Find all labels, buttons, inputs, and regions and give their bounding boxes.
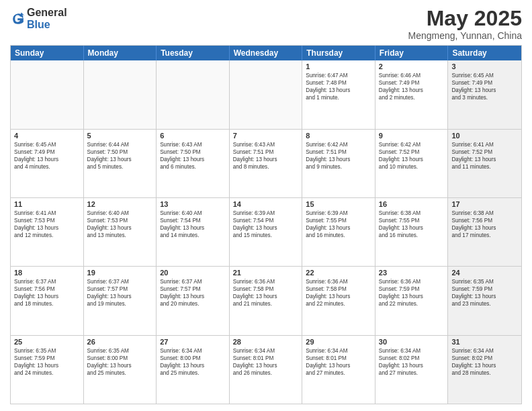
header-day-tuesday: Tuesday bbox=[157, 46, 230, 60]
cell-info: Sunrise: 6:37 AM Sunset: 7:57 PM Dayligh… bbox=[87, 278, 153, 308]
header-day-saturday: Saturday bbox=[448, 46, 521, 60]
header-day-sunday: Sunday bbox=[11, 46, 84, 60]
logo-icon bbox=[11, 11, 26, 26]
calendar-cell: 2Sunrise: 6:46 AM Sunset: 7:49 PM Daylig… bbox=[375, 60, 449, 128]
cell-info: Sunrise: 6:36 AM Sunset: 7:58 PM Dayligh… bbox=[306, 278, 371, 308]
day-number: 3 bbox=[451, 62, 518, 71]
day-number: 12 bbox=[87, 200, 153, 208]
calendar-row-5: 25Sunrise: 6:35 AM Sunset: 7:59 PM Dayli… bbox=[11, 335, 521, 404]
calendar-cell bbox=[230, 60, 303, 128]
day-number: 24 bbox=[451, 269, 518, 277]
calendar-cell: 11Sunrise: 6:41 AM Sunset: 7:53 PM Dayli… bbox=[11, 198, 84, 266]
calendar-row-4: 18Sunrise: 6:37 AM Sunset: 7:56 PM Dayli… bbox=[11, 266, 521, 334]
cell-info: Sunrise: 6:46 AM Sunset: 7:49 PM Dayligh… bbox=[379, 72, 445, 101]
day-number: 18 bbox=[14, 269, 80, 277]
day-number: 9 bbox=[379, 132, 445, 140]
calendar-cell: 1Sunrise: 6:47 AM Sunset: 7:48 PM Daylig… bbox=[302, 60, 375, 128]
calendar-row-1: 1Sunrise: 6:47 AM Sunset: 7:48 PM Daylig… bbox=[11, 60, 521, 128]
cell-info: Sunrise: 6:42 AM Sunset: 7:51 PM Dayligh… bbox=[306, 141, 371, 171]
day-number: 7 bbox=[233, 132, 299, 140]
day-number: 20 bbox=[160, 269, 226, 277]
calendar-row-2: 4Sunrise: 6:45 AM Sunset: 7:49 PM Daylig… bbox=[11, 129, 521, 197]
calendar-cell: 17Sunrise: 6:38 AM Sunset: 7:56 PM Dayli… bbox=[448, 198, 521, 266]
day-number: 11 bbox=[14, 200, 80, 208]
header: General Blue May 2025 Mengmeng, Yunnan, … bbox=[10, 7, 522, 41]
calendar-cell: 24Sunrise: 6:35 AM Sunset: 7:59 PM Dayli… bbox=[448, 267, 521, 334]
calendar-body: 1Sunrise: 6:47 AM Sunset: 7:48 PM Daylig… bbox=[11, 60, 521, 404]
calendar-cell bbox=[84, 60, 157, 128]
day-number: 22 bbox=[306, 269, 371, 277]
calendar: SundayMondayTuesdayWednesdayThursdayFrid… bbox=[10, 45, 522, 404]
day-number: 15 bbox=[306, 200, 371, 208]
calendar-cell bbox=[157, 60, 230, 128]
logo-text: General Blue bbox=[27, 7, 67, 30]
logo-general: General bbox=[27, 7, 67, 18]
cell-info: Sunrise: 6:34 AM Sunset: 8:02 PM Dayligh… bbox=[451, 347, 518, 377]
calendar-cell: 31Sunrise: 6:34 AM Sunset: 8:02 PM Dayli… bbox=[448, 336, 521, 404]
title-block: May 2025 Mengmeng, Yunnan, China bbox=[408, 7, 522, 41]
page: General Blue May 2025 Mengmeng, Yunnan, … bbox=[0, 0, 532, 411]
calendar-cell: 29Sunrise: 6:34 AM Sunset: 8:01 PM Dayli… bbox=[302, 336, 375, 404]
calendar-row-3: 11Sunrise: 6:41 AM Sunset: 7:53 PM Dayli… bbox=[11, 197, 521, 266]
cell-info: Sunrise: 6:35 AM Sunset: 7:59 PM Dayligh… bbox=[451, 278, 518, 308]
calendar-cell: 16Sunrise: 6:38 AM Sunset: 7:55 PM Dayli… bbox=[375, 198, 449, 266]
title-month: May 2025 bbox=[408, 7, 522, 30]
cell-info: Sunrise: 6:44 AM Sunset: 7:50 PM Dayligh… bbox=[87, 141, 153, 171]
calendar-cell: 28Sunrise: 6:34 AM Sunset: 8:01 PM Dayli… bbox=[230, 336, 303, 404]
cell-info: Sunrise: 6:39 AM Sunset: 7:54 PM Dayligh… bbox=[233, 210, 299, 239]
day-number: 28 bbox=[233, 338, 299, 346]
cell-info: Sunrise: 6:37 AM Sunset: 7:56 PM Dayligh… bbox=[14, 278, 80, 308]
calendar-cell: 23Sunrise: 6:36 AM Sunset: 7:59 PM Dayli… bbox=[375, 267, 449, 334]
cell-info: Sunrise: 6:34 AM Sunset: 8:02 PM Dayligh… bbox=[379, 347, 445, 377]
calendar-cell: 7Sunrise: 6:43 AM Sunset: 7:51 PM Daylig… bbox=[230, 130, 303, 197]
calendar-header: SundayMondayTuesdayWednesdayThursdayFrid… bbox=[11, 46, 521, 60]
cell-info: Sunrise: 6:43 AM Sunset: 7:51 PM Dayligh… bbox=[233, 141, 299, 171]
cell-info: Sunrise: 6:42 AM Sunset: 7:52 PM Dayligh… bbox=[379, 141, 445, 171]
calendar-cell: 8Sunrise: 6:42 AM Sunset: 7:51 PM Daylig… bbox=[302, 130, 375, 197]
day-number: 5 bbox=[87, 132, 153, 140]
cell-info: Sunrise: 6:34 AM Sunset: 8:01 PM Dayligh… bbox=[233, 347, 299, 377]
header-day-friday: Friday bbox=[375, 46, 449, 60]
logo: General Blue bbox=[10, 7, 67, 30]
day-number: 1 bbox=[306, 62, 371, 71]
day-number: 13 bbox=[160, 200, 226, 208]
cell-info: Sunrise: 6:36 AM Sunset: 7:59 PM Dayligh… bbox=[379, 278, 445, 308]
day-number: 4 bbox=[14, 132, 80, 140]
title-location: Mengmeng, Yunnan, China bbox=[408, 30, 522, 41]
calendar-cell: 26Sunrise: 6:35 AM Sunset: 8:00 PM Dayli… bbox=[84, 336, 157, 404]
calendar-cell: 27Sunrise: 6:34 AM Sunset: 8:00 PM Dayli… bbox=[157, 336, 230, 404]
cell-info: Sunrise: 6:45 AM Sunset: 7:49 PM Dayligh… bbox=[451, 72, 518, 101]
cell-info: Sunrise: 6:43 AM Sunset: 7:50 PM Dayligh… bbox=[160, 141, 226, 171]
day-number: 31 bbox=[451, 338, 518, 346]
calendar-cell: 4Sunrise: 6:45 AM Sunset: 7:49 PM Daylig… bbox=[11, 130, 84, 197]
cell-info: Sunrise: 6:34 AM Sunset: 8:01 PM Dayligh… bbox=[306, 347, 371, 377]
calendar-cell: 5Sunrise: 6:44 AM Sunset: 7:50 PM Daylig… bbox=[84, 130, 157, 197]
cell-info: Sunrise: 6:39 AM Sunset: 7:55 PM Dayligh… bbox=[306, 210, 371, 239]
calendar-cell: 19Sunrise: 6:37 AM Sunset: 7:57 PM Dayli… bbox=[84, 267, 157, 334]
calendar-cell: 15Sunrise: 6:39 AM Sunset: 7:55 PM Dayli… bbox=[302, 198, 375, 266]
header-day-thursday: Thursday bbox=[302, 46, 375, 60]
cell-info: Sunrise: 6:38 AM Sunset: 7:56 PM Dayligh… bbox=[451, 210, 518, 239]
header-day-wednesday: Wednesday bbox=[230, 46, 303, 60]
calendar-cell: 12Sunrise: 6:40 AM Sunset: 7:53 PM Dayli… bbox=[84, 198, 157, 266]
calendar-cell: 14Sunrise: 6:39 AM Sunset: 7:54 PM Dayli… bbox=[230, 198, 303, 266]
day-number: 30 bbox=[379, 338, 445, 346]
cell-info: Sunrise: 6:41 AM Sunset: 7:53 PM Dayligh… bbox=[14, 210, 80, 239]
header-day-monday: Monday bbox=[84, 46, 157, 60]
cell-info: Sunrise: 6:34 AM Sunset: 8:00 PM Dayligh… bbox=[160, 347, 226, 377]
day-number: 19 bbox=[87, 269, 153, 277]
day-number: 27 bbox=[160, 338, 226, 346]
calendar-cell: 20Sunrise: 6:37 AM Sunset: 7:57 PM Dayli… bbox=[157, 267, 230, 334]
day-number: 17 bbox=[451, 200, 518, 208]
calendar-cell: 13Sunrise: 6:40 AM Sunset: 7:54 PM Dayli… bbox=[157, 198, 230, 266]
cell-info: Sunrise: 6:40 AM Sunset: 7:53 PM Dayligh… bbox=[87, 210, 153, 239]
calendar-cell: 30Sunrise: 6:34 AM Sunset: 8:02 PM Dayli… bbox=[375, 336, 449, 404]
calendar-cell: 18Sunrise: 6:37 AM Sunset: 7:56 PM Dayli… bbox=[11, 267, 84, 334]
cell-info: Sunrise: 6:47 AM Sunset: 7:48 PM Dayligh… bbox=[306, 72, 371, 101]
day-number: 6 bbox=[160, 132, 226, 140]
calendar-cell: 22Sunrise: 6:36 AM Sunset: 7:58 PM Dayli… bbox=[302, 267, 375, 334]
day-number: 23 bbox=[379, 269, 445, 277]
calendar-cell: 3Sunrise: 6:45 AM Sunset: 7:49 PM Daylig… bbox=[448, 60, 521, 128]
day-number: 25 bbox=[14, 338, 80, 346]
cell-info: Sunrise: 6:38 AM Sunset: 7:55 PM Dayligh… bbox=[379, 210, 445, 239]
